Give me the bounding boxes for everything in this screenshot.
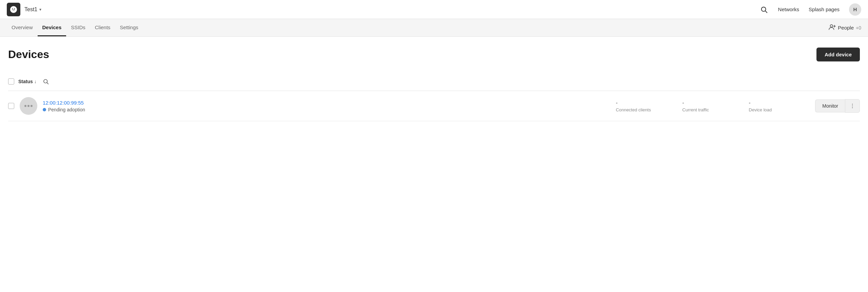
svg-point-4 — [830, 25, 833, 27]
tab-settings[interactable]: Settings — [115, 19, 143, 36]
svg-point-0 — [12, 8, 13, 9]
search-button[interactable] — [758, 3, 770, 16]
table-row: 12:00:12:00:99:55 Pending adoption - Con… — [8, 91, 860, 121]
device-load-metric: - Device load — [749, 100, 810, 112]
status-sort-button[interactable]: Status ↓ — [18, 79, 37, 84]
device-info: 12:00:12:00:99:55 Pending adoption — [43, 100, 610, 112]
device-status: Pending adoption — [43, 107, 610, 112]
logo — [7, 3, 20, 16]
user-avatar[interactable]: H — [849, 3, 861, 16]
device-icon-dots — [24, 105, 33, 107]
current-traffic-metric: - Current traffic — [682, 100, 743, 112]
connected-clients-metric: - Connected clients — [616, 100, 677, 112]
tab-overview[interactable]: Overview — [7, 19, 38, 36]
sort-arrow-icon: ↓ — [34, 79, 37, 84]
monitor-button[interactable]: Monitor — [815, 99, 845, 112]
svg-point-11 — [852, 107, 853, 108]
table-search-icon — [43, 78, 49, 85]
add-person-icon — [828, 24, 836, 32]
select-all-checkbox[interactable] — [8, 78, 14, 85]
device-load-value: - — [749, 100, 810, 106]
current-traffic-value: - — [682, 100, 743, 106]
device-status-text: Pending adoption — [48, 107, 85, 112]
svg-line-3 — [765, 11, 767, 13]
current-traffic-label: Current traffic — [682, 107, 743, 112]
more-options-button[interactable] — [845, 99, 860, 113]
svg-point-9 — [852, 104, 853, 105]
status-label: Status — [18, 79, 33, 84]
row-checkbox[interactable] — [8, 103, 14, 109]
brand-text: Test1 — [24, 6, 37, 13]
device-actions: Monitor — [815, 99, 860, 113]
top-navbar: Test1 ▾ Networks Splash pages H — [0, 0, 868, 19]
status-dot-icon — [43, 108, 46, 111]
logo-icon — [9, 5, 18, 14]
subnav: Overview Devices SSIDs Clients Settings … — [0, 19, 868, 37]
main-content: Devices Add device Status ↓ 12:00 — [0, 37, 868, 292]
svg-line-8 — [47, 83, 48, 84]
tab-ssids[interactable]: SSIDs — [66, 19, 90, 36]
table-search-button[interactable] — [41, 76, 51, 87]
page-header: Devices Add device — [8, 48, 860, 61]
tab-devices[interactable]: Devices — [38, 19, 66, 36]
search-icon — [760, 6, 768, 13]
device-load-label: Device load — [749, 107, 810, 112]
table-controls: Status ↓ — [8, 72, 860, 91]
people-button[interactable]: People +0 — [828, 24, 861, 32]
connected-clients-value: - — [616, 100, 677, 106]
people-label: People — [838, 25, 854, 31]
add-device-button[interactable]: Add device — [816, 48, 860, 61]
tab-clients[interactable]: Clients — [90, 19, 115, 36]
more-icon — [849, 103, 855, 109]
svg-point-10 — [852, 106, 853, 106]
brand-name[interactable]: Test1 ▾ — [24, 6, 41, 13]
device-avatar — [20, 97, 37, 115]
brand-chevron: ▾ — [39, 7, 41, 12]
people-count: +0 — [856, 25, 861, 31]
svg-point-1 — [14, 8, 15, 9]
networks-link[interactable]: Networks — [778, 6, 800, 12]
splash-pages-link[interactable]: Splash pages — [809, 6, 840, 12]
page-title: Devices — [8, 48, 49, 61]
device-mac[interactable]: 12:00:12:00:99:55 — [43, 100, 610, 106]
connected-clients-label: Connected clients — [616, 107, 677, 112]
